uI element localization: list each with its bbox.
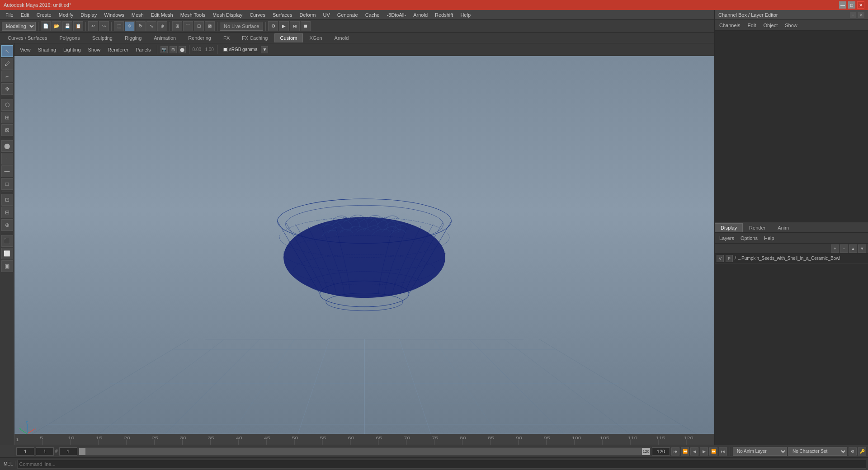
menu-file[interactable]: File (2, 11, 17, 19)
menu-3dto-all[interactable]: -3DtoAll- (383, 11, 410, 19)
menu-cache[interactable]: Cache (362, 11, 383, 19)
redo-button[interactable]: ↪ (99, 21, 109, 31)
frame-start-input[interactable] (16, 447, 34, 456)
lasso-tool[interactable]: ⌐ (1, 70, 13, 82)
paint-tool[interactable]: 🖊 (1, 58, 13, 70)
cb-close-button[interactable]: ✕ (858, 12, 864, 18)
le-layers[interactable]: Layers (717, 235, 737, 242)
le-help[interactable]: Help (761, 235, 777, 242)
soft-select[interactable]: ⬡ (1, 99, 13, 111)
cb-object[interactable]: Object (760, 22, 780, 29)
isolate-select[interactable]: ⊕ (1, 219, 13, 231)
menu-display[interactable]: Display (77, 11, 100, 19)
tab-polygons[interactable]: Polygons (53, 33, 85, 42)
symmetry[interactable]: ⊞ (1, 112, 13, 123)
tab-fx-caching[interactable]: FX Caching (236, 33, 274, 42)
renderer-menu[interactable]: Renderer (105, 46, 131, 53)
snap-curve[interactable]: ⌒ (183, 21, 193, 31)
snap-grid[interactable]: ⊞ (172, 21, 182, 31)
maximize-button[interactable]: □ (848, 1, 855, 9)
shaded-icon[interactable]: ⬤ (179, 46, 186, 53)
frame-end-input[interactable] (652, 447, 670, 456)
tab-curves-surfaces[interactable]: Curves / Surfaces (2, 33, 53, 42)
tab-arnold[interactable]: Arnold (329, 33, 355, 42)
menu-mesh-display[interactable]: Mesh Display (209, 11, 246, 19)
color-mgmt-button[interactable]: ▼ (261, 46, 268, 53)
show-menu[interactable]: Show (85, 46, 104, 53)
menu-help[interactable]: Help (457, 11, 474, 19)
menu-curves[interactable]: Curves (246, 11, 269, 19)
step-forward-button[interactable]: ⏩ (709, 447, 717, 456)
anim-layer-select[interactable]: No Anim Layer (733, 447, 787, 456)
tab-custom[interactable]: Custom (274, 33, 303, 42)
select-tool[interactable]: ⬚ (114, 21, 124, 31)
edge-mode[interactable]: — (1, 165, 13, 177)
render-settings[interactable]: ⚙ (268, 21, 278, 31)
menu-redshift[interactable]: Redshift (431, 11, 457, 19)
shading-menu[interactable]: Shading (35, 46, 59, 53)
ipr-render[interactable]: ⏯ (290, 21, 300, 31)
menu-create[interactable]: Create (33, 11, 55, 19)
open-scene-button[interactable]: 📂 (52, 21, 61, 31)
tool2[interactable]: ⬜ (1, 248, 13, 259)
tab-animation[interactable]: Animation (148, 33, 182, 42)
slider-handle[interactable] (79, 448, 85, 455)
rotate-tool[interactable]: ↻ (136, 21, 146, 31)
char-set-select[interactable]: No Character Set (788, 447, 847, 456)
skip-to-end-button[interactable]: ⏭ (719, 447, 727, 456)
le-move-down[interactable]: ▼ (858, 244, 866, 253)
minimize-button[interactable]: — (839, 1, 846, 9)
snap-view[interactable]: ⊠ (205, 21, 215, 31)
le-new-layer[interactable]: + (831, 244, 839, 253)
menu-edit[interactable]: Edit (17, 11, 33, 19)
move-tool-side[interactable]: ✥ (1, 83, 13, 95)
current-frame-input[interactable] (36, 447, 54, 456)
tab-display[interactable]: Display (715, 223, 743, 232)
tab-rigging[interactable]: Rigging (119, 33, 147, 42)
menu-arnold[interactable]: Arnold (410, 11, 431, 19)
timeline-area[interactable]: 1 5 10 15 20 25 30 35 40 45 50 55 60 65 … (14, 434, 714, 445)
save-scene-button[interactable]: 💾 (62, 21, 72, 31)
tab-sculpting[interactable]: Sculpting (86, 33, 118, 42)
le-options[interactable]: Options (738, 235, 760, 242)
step-back-button[interactable]: ⏪ (681, 447, 689, 456)
menu-mesh-tools[interactable]: Mesh Tools (177, 11, 209, 19)
tab-render[interactable]: Render (743, 223, 771, 232)
anim-prefs-button[interactable]: ⚙ (849, 447, 857, 456)
skip-to-start-button[interactable]: ⏮ (671, 447, 679, 456)
menu-generate[interactable]: Generate (334, 11, 362, 19)
panels-menu[interactable]: Panels (133, 46, 154, 53)
menu-edit-mesh[interactable]: Edit Mesh (147, 11, 177, 19)
vertex-mode[interactable]: ∙ (1, 153, 13, 164)
cb-show[interactable]: Show (782, 22, 800, 29)
command-input[interactable] (17, 460, 866, 469)
no-live-surface-button[interactable]: No Live Surface (220, 22, 263, 31)
menu-surfaces[interactable]: Surfaces (269, 11, 296, 19)
close-button[interactable]: ✕ (857, 1, 864, 9)
tab-xgen[interactable]: XGen (303, 33, 328, 42)
render-current[interactable]: ▶ (279, 21, 289, 31)
menu-windows[interactable]: Windows (100, 11, 128, 19)
show-options[interactable]: ⊟ (1, 207, 13, 218)
cb-edit[interactable]: Edit (745, 22, 759, 29)
menu-mesh[interactable]: Mesh (128, 11, 147, 19)
tab-rendering[interactable]: Rendering (182, 33, 217, 42)
le-move-up[interactable]: ▲ (849, 244, 857, 253)
frame-hash-input[interactable] (59, 447, 77, 456)
undo-button[interactable]: ↩ (88, 21, 98, 31)
cb-collapse-button[interactable]: − (850, 12, 856, 18)
display-options[interactable]: ⊡ (1, 194, 13, 206)
camera-icon[interactable]: 📷 (160, 46, 168, 53)
save-as-button[interactable]: 📋 (73, 21, 83, 31)
tool1[interactable]: ⬛ (1, 235, 13, 247)
universal-manip[interactable]: ⊕ (157, 21, 167, 31)
layer-playback[interactable]: P (726, 255, 733, 262)
auto-key-button[interactable]: 🔑 (858, 447, 866, 456)
scale-tool[interactable]: ⤡ (146, 21, 156, 31)
lighting-menu[interactable]: Lighting (61, 46, 84, 53)
snap-point[interactable]: ⊡ (194, 21, 204, 31)
face-mode[interactable]: □ (1, 178, 13, 190)
view-menu[interactable]: View (17, 46, 33, 53)
menu-deform[interactable]: Deform (296, 11, 319, 19)
layer-visibility[interactable]: V (717, 255, 724, 262)
